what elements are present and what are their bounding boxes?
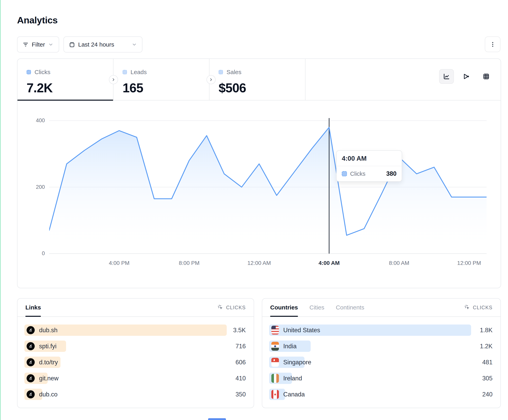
filter-button-label: Filter	[32, 41, 45, 48]
country-value: 305	[482, 375, 493, 382]
x-tick-label: 8:00 PM	[169, 260, 209, 266]
link-label: git.new	[39, 375, 59, 382]
help-widget-edge[interactable]	[208, 418, 226, 420]
cursor-click-icon	[464, 304, 471, 311]
next-metric-button[interactable]	[207, 75, 216, 84]
clicks-area-chart[interactable]: 0200400 4:00 PM8:00 PM12:00 AM4:00 AM8:0…	[17, 101, 501, 288]
panel-metric-selector[interactable]: CLICKS	[464, 304, 493, 311]
country-label: Ireland	[283, 375, 302, 382]
metric-value: 7.2K	[27, 81, 113, 95]
metric-value: 165	[123, 81, 209, 95]
in-flag-icon	[271, 342, 279, 351]
country-row[interactable]: India 1.2K	[269, 340, 493, 352]
chevron-right-icon	[209, 78, 213, 82]
filter-lines-icon	[22, 42, 29, 48]
country-label: United States	[283, 327, 320, 334]
country-label: India	[283, 343, 297, 350]
country-row[interactable]: United States 1.8K	[269, 325, 493, 336]
panel-metric-label: CLICKS	[473, 305, 493, 311]
next-metric-button[interactable]	[109, 75, 118, 84]
y-tick-label: 200	[23, 184, 45, 190]
link-value: 350	[235, 391, 246, 398]
blue-dashed-square-icon	[27, 70, 31, 74]
x-tick-label: 4:00 PM	[99, 260, 139, 266]
chevron-down-icon	[48, 42, 53, 47]
tab-sales[interactable]: Sales $506	[209, 59, 306, 100]
cursor-click-icon	[217, 304, 224, 311]
metric-label: Sales	[226, 69, 241, 75]
links-panel: Links CLICKS dub.sh 3.5K	[17, 298, 254, 408]
tab-clicks[interactable]: Clicks 7.2K	[17, 59, 113, 100]
country-value: 1.8K	[480, 327, 493, 334]
link-value: 3.5K	[233, 327, 246, 334]
dub-logo-icon	[27, 358, 35, 366]
table-view-button[interactable]	[479, 69, 493, 84]
chart-view-switcher	[439, 69, 493, 84]
area-chart-canvas[interactable]	[49, 117, 486, 258]
link-value: 410	[235, 375, 246, 382]
country-label: Singapore	[283, 359, 311, 366]
x-tick-label: 12:00 PM	[449, 260, 489, 266]
link-value: 716	[235, 343, 246, 350]
links-list: dub.sh 3.5K spti.fyi 716 d.to/try 606	[17, 317, 254, 400]
line-chart-view-button[interactable]	[439, 69, 454, 84]
blue-dashed-square-icon	[219, 70, 223, 74]
dub-logo-icon	[27, 326, 35, 334]
country-row[interactable]: Ireland 305	[269, 373, 493, 384]
panel-metric-label: CLICKS	[226, 305, 246, 311]
country-value: 240	[482, 391, 493, 398]
dub-logo-icon	[27, 342, 35, 350]
tab-leads[interactable]: Leads 165	[113, 59, 209, 100]
metric-label: Leads	[131, 69, 147, 75]
analytics-card: Clicks 7.2K Leads 165 Sales $506	[17, 58, 501, 288]
page-title: Analytics	[17, 15, 58, 26]
us-flag-icon	[271, 326, 279, 335]
country-row[interactable]: Singapore 481	[269, 357, 493, 368]
link-label: spti.fyi	[39, 343, 57, 350]
countries-panel: Countries Cities Continents CLICKS Unite…	[262, 298, 501, 408]
line-chart-icon	[443, 73, 450, 80]
date-range-button[interactable]: Last 24 hours	[63, 36, 142, 52]
funnel-chart-icon	[463, 73, 470, 80]
y-tick-label: 400	[23, 117, 45, 124]
link-row[interactable]: spti.fyi 716	[24, 340, 247, 352]
tab-continents[interactable]: Continents	[336, 298, 364, 316]
funnel-view-button[interactable]	[459, 69, 474, 84]
calendar-icon	[69, 42, 75, 48]
link-row[interactable]: d.to/try 606	[24, 357, 247, 368]
country-row[interactable]: Canada 240	[269, 389, 493, 400]
ca-flag-icon	[271, 390, 279, 399]
link-value: 606	[235, 359, 246, 366]
sg-flag-icon	[271, 358, 279, 367]
link-label: d.to/try	[39, 359, 58, 366]
blue-dashed-square-icon	[342, 171, 347, 176]
country-value: 481	[482, 359, 493, 366]
x-tick-label: 8:00 AM	[379, 260, 419, 266]
metric-label: Clicks	[35, 69, 50, 75]
filter-button[interactable]: Filter	[17, 36, 59, 52]
kebab-menu-icon	[490, 41, 496, 48]
link-row[interactable]: dub.co 350	[24, 389, 247, 400]
tab-countries[interactable]: Countries	[270, 298, 298, 316]
x-tick-label: 4:00 AM	[309, 260, 349, 266]
more-options-button[interactable]	[485, 36, 501, 52]
chevron-right-icon	[111, 78, 116, 82]
tab-cities[interactable]: Cities	[309, 298, 324, 316]
panel-metric-selector[interactable]: CLICKS	[217, 304, 246, 311]
tab-links[interactable]: Links	[25, 298, 41, 316]
tooltip-time: 4:00 AM	[337, 151, 402, 166]
grid-table-icon	[483, 73, 490, 80]
link-label: dub.co	[39, 391, 58, 398]
link-label: dub.sh	[39, 327, 58, 334]
tooltip-series-label: Clicks	[350, 171, 365, 177]
country-label: Canada	[283, 391, 305, 398]
metric-tabs: Clicks 7.2K Leads 165 Sales $506	[17, 59, 501, 101]
link-row[interactable]: dub.sh 3.5K	[24, 325, 247, 336]
link-row[interactable]: git.new 410	[24, 373, 247, 384]
country-value: 1.2K	[480, 343, 493, 350]
y-tick-label: 0	[23, 250, 45, 257]
countries-list: United States 1.8K India 1.2K Singapore …	[262, 317, 501, 400]
date-range-label: Last 24 hours	[78, 41, 114, 48]
geo-tabs: Countries Cities Continents	[270, 298, 364, 316]
tooltip-value: 380	[386, 170, 396, 177]
